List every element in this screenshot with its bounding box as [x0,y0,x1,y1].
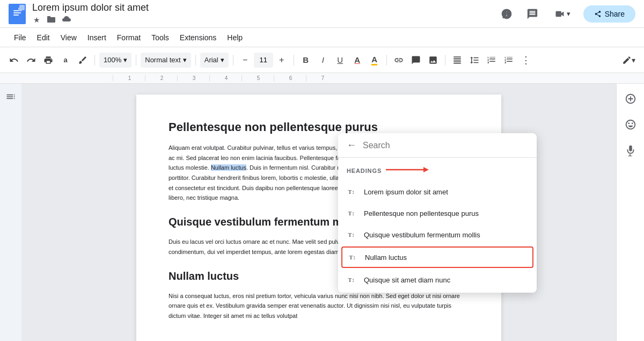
svg-text:T↕: T↕ [348,189,355,195]
heading-item-text-5: Quisque sit amet diam nunc [364,276,450,284]
more-options-button[interactable]: ⋮ [518,53,533,68]
comments-button[interactable] [523,4,542,24]
ruler-mark-7: 7 [306,75,338,81]
svg-rect-0 [12,7,23,21]
search-area: ← [338,133,537,158]
heading-item-2[interactable]: T↕ Pellentesque non pellentesque purus [338,202,537,224]
font-size-decrease[interactable]: − [238,53,253,68]
heading-type-icon-1: T↕ [347,186,357,197]
ruler-mark-4: 4 [209,75,241,81]
menu-edit[interactable]: Edit [32,31,55,44]
highlighted-text: Nullam luctus [211,164,246,171]
share-button[interactable]: Share [583,5,635,23]
highlight-button[interactable]: A [367,53,382,68]
undo-button[interactable] [6,53,21,68]
underline-button[interactable]: U [333,53,348,68]
svg-rect-5 [555,11,561,17]
menu-tools[interactable]: Tools [146,31,174,44]
emoji-button[interactable] [620,114,641,135]
zoom-value: 100% [104,56,121,64]
menu-view[interactable]: View [55,31,82,44]
main-area: Pellentesque non pellentesque purus Aliq… [0,84,644,341]
paragraph-3: Nisi a consequat luctus, eros nisl preti… [169,291,469,321]
comment-button[interactable] [408,53,423,68]
heading-item-text-1: Lorem ipsum dolor sit amet [364,188,448,196]
heading-type-icon-5: T↕ [347,274,357,285]
svg-rect-4 [18,8,22,11]
star-icon[interactable]: ★ [32,14,41,25]
title-section: Lorem ipsum dolor sit amet ★ [32,2,497,26]
heading-type-icon-4: T↕ [348,252,358,263]
menu-format[interactable]: Format [112,31,146,44]
line-spacing-button[interactable] [467,53,482,68]
spell-button[interactable]: a [58,53,73,68]
voice-input-button[interactable] [620,140,641,161]
headings-label: HEADINGS [338,162,537,181]
font-color-button[interactable]: A [350,53,365,68]
share-label: Share [605,10,625,18]
font-size-increase[interactable]: + [274,53,289,68]
style-chevron: ▾ [183,56,187,64]
bold-button[interactable]: B [298,53,313,68]
menu-bar: File Edit View Insert Format Tools Exten… [0,28,644,47]
search-back-button[interactable]: ← [347,140,356,151]
svg-marker-8 [423,167,429,172]
font-chevron: ▾ [221,56,224,64]
add-comment-button[interactable] [620,88,641,110]
font-size-group: − + [238,53,289,68]
zoom-select[interactable]: 100% ▾ [99,53,131,68]
title-bar: Lorem ipsum dolor sit amet ★ ▾ Share [0,0,644,28]
svg-rect-3 [13,14,19,16]
paint-button[interactable] [75,53,90,68]
heading-item-5[interactable]: T↕ Quisque sit amet diam nunc [338,269,537,291]
left-sidebar [0,84,21,341]
menu-extensions[interactable]: Extensions [174,31,222,44]
heading-item-text-3: Quisque vestibulum fermentum mollis [364,231,480,239]
toolbar: a 100% ▾ Normal text ▾ Arial ▾ − + B I U… [0,47,644,73]
separator-4 [233,55,233,66]
italic-button[interactable]: I [316,53,331,68]
numbered-list-button[interactable] [501,53,516,68]
menu-file[interactable]: File [9,31,32,44]
svg-text:T↕: T↕ [348,277,355,283]
cloud-icon[interactable] [61,14,72,26]
image-button[interactable] [426,53,441,68]
separator-7 [445,55,445,66]
ruler-mark-5: 5 [241,75,274,81]
style-value: Normal text [145,56,180,64]
right-panel [616,84,644,341]
svg-rect-2 [13,12,21,13]
redo-button[interactable] [24,53,39,68]
checklist-button[interactable] [484,53,499,68]
heading-item-4[interactable]: T↕ Nullam luctus [341,246,533,268]
search-input[interactable] [363,141,528,150]
heading-1: Pellentesque non pellentesque purus [169,120,469,134]
doc-icon [9,4,26,24]
folder-icon[interactable] [46,14,56,26]
heading-item-3[interactable]: T↕ Quisque vestibulum fermentum mollis [338,224,537,245]
ruler-mark-2: 2 [145,75,177,81]
menu-insert[interactable]: Insert [82,31,112,44]
ruler-mark-3: 3 [177,75,209,81]
headings-section: HEADINGS T↕ Lorem ipsum dolor sit amet T… [338,158,537,293]
link-button[interactable] [391,53,406,68]
svg-rect-6 [629,146,632,151]
outline-icon[interactable] [4,90,17,103]
history-button[interactable] [497,4,516,24]
menu-help[interactable]: Help [222,31,248,44]
ruler-mark-6: 6 [274,75,306,81]
edit-chevron: ▾ [632,56,635,64]
separator-6 [386,55,387,66]
separator-5 [294,55,294,66]
heading-item-1[interactable]: T↕ Lorem ipsum dolor sit amet [338,181,537,202]
meet-button[interactable]: ▾ [548,6,577,21]
font-value: Arial [204,56,218,64]
font-size-input[interactable] [254,53,273,68]
style-select[interactable]: Normal text ▾ [141,53,191,68]
font-select[interactable]: Arial ▾ [200,53,229,68]
edit-mode-button[interactable]: ▾ [620,53,638,68]
align-button[interactable] [450,53,465,68]
print-button[interactable] [41,53,56,68]
red-arrow-icon [386,164,429,177]
doc-title[interactable]: Lorem ipsum dolor sit amet [32,2,149,13]
